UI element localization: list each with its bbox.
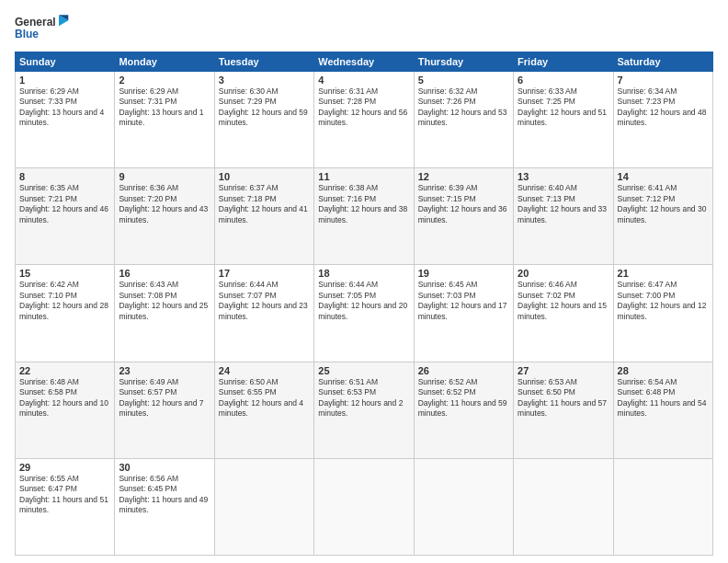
calendar-cell: [414, 458, 513, 555]
calendar-cell: 24Sunrise: 6:50 AMSunset: 6:55 PMDayligh…: [214, 362, 313, 458]
calendar-day-header: Thursday: [414, 52, 513, 72]
calendar-cell: 17Sunrise: 6:44 AMSunset: 7:07 PMDayligh…: [214, 265, 313, 362]
calendar-cell: 12Sunrise: 6:39 AMSunset: 7:15 PMDayligh…: [414, 168, 513, 265]
calendar-cell: 28Sunrise: 6:54 AMSunset: 6:48 PMDayligh…: [613, 362, 712, 458]
cell-content: Sunrise: 6:50 AMSunset: 6:55 PMDaylight:…: [219, 377, 310, 419]
calendar-cell: 10Sunrise: 6:37 AMSunset: 7:18 PMDayligh…: [214, 168, 313, 265]
calendar-cell: 29Sunrise: 6:55 AMSunset: 6:47 PMDayligh…: [16, 458, 115, 555]
day-number: 9: [119, 171, 210, 182]
calendar-cell: 19Sunrise: 6:45 AMSunset: 7:03 PMDayligh…: [414, 265, 513, 362]
cell-content: Sunrise: 6:31 AMSunset: 7:28 PMDaylight:…: [318, 86, 409, 129]
calendar-week-row: 1Sunrise: 6:29 AMSunset: 7:33 PMDaylight…: [16, 72, 713, 168]
day-number: 22: [19, 365, 110, 376]
calendar-cell: 8Sunrise: 6:35 AMSunset: 7:21 PMDaylight…: [16, 168, 115, 265]
day-number: 15: [19, 268, 110, 279]
day-number: 24: [219, 365, 310, 376]
cell-content: Sunrise: 6:55 AMSunset: 6:47 PMDaylight:…: [19, 474, 110, 516]
cell-content: Sunrise: 6:43 AMSunset: 7:08 PMDaylight:…: [119, 280, 210, 322]
day-number: 8: [19, 171, 110, 182]
day-number: 28: [618, 365, 709, 376]
calendar-cell: [214, 458, 313, 555]
calendar-day-header: Tuesday: [214, 52, 313, 72]
calendar-cell: 7Sunrise: 6:34 AMSunset: 7:23 PMDaylight…: [613, 72, 712, 168]
logo: General Blue: [15, 11, 70, 44]
cell-content: Sunrise: 6:53 AMSunset: 6:50 PMDaylight:…: [518, 377, 609, 419]
calendar-cell: [514, 458, 613, 555]
cell-content: Sunrise: 6:39 AMSunset: 7:15 PMDaylight:…: [418, 183, 509, 225]
day-number: 6: [518, 75, 609, 86]
cell-content: Sunrise: 6:46 AMSunset: 7:02 PMDaylight:…: [518, 280, 609, 322]
day-number: 7: [618, 75, 709, 86]
day-number: 23: [119, 365, 210, 376]
cell-content: Sunrise: 6:44 AMSunset: 7:07 PMDaylight:…: [219, 280, 310, 322]
day-number: 2: [119, 75, 210, 86]
header: General Blue: [15, 11, 713, 44]
calendar-cell: 13Sunrise: 6:40 AMSunset: 7:13 PMDayligh…: [514, 168, 613, 265]
day-number: 13: [518, 171, 609, 182]
svg-text:General: General: [15, 16, 56, 29]
cell-content: Sunrise: 6:36 AMSunset: 7:20 PMDaylight:…: [119, 183, 210, 225]
day-number: 30: [119, 462, 210, 473]
day-number: 5: [418, 75, 509, 86]
cell-content: Sunrise: 6:35 AMSunset: 7:21 PMDaylight:…: [19, 183, 110, 225]
cell-content: Sunrise: 6:51 AMSunset: 6:53 PMDaylight:…: [318, 377, 409, 419]
calendar-day-header: Monday: [115, 52, 214, 72]
cell-content: Sunrise: 6:30 AMSunset: 7:29 PMDaylight:…: [219, 86, 310, 129]
calendar-cell: [314, 458, 414, 555]
day-number: 21: [618, 268, 709, 279]
calendar-cell: 20Sunrise: 6:46 AMSunset: 7:02 PMDayligh…: [514, 265, 613, 362]
cell-content: Sunrise: 6:48 AMSunset: 6:58 PMDaylight:…: [19, 377, 110, 419]
day-number: 14: [618, 171, 709, 182]
calendar-cell: 6Sunrise: 6:33 AMSunset: 7:25 PMDaylight…: [514, 72, 613, 168]
day-number: 1: [19, 75, 110, 86]
calendar-header-row: SundayMondayTuesdayWednesdayThursdayFrid…: [16, 52, 713, 72]
calendar-cell: 18Sunrise: 6:44 AMSunset: 7:05 PMDayligh…: [314, 265, 414, 362]
day-number: 26: [418, 365, 509, 376]
day-number: 27: [518, 365, 609, 376]
day-number: 4: [318, 75, 409, 86]
calendar-cell: 1Sunrise: 6:29 AMSunset: 7:33 PMDaylight…: [16, 72, 115, 168]
cell-content: Sunrise: 6:29 AMSunset: 7:31 PMDaylight:…: [119, 86, 210, 129]
cell-content: Sunrise: 6:33 AMSunset: 7:25 PMDaylight:…: [518, 86, 609, 129]
calendar-cell: 15Sunrise: 6:42 AMSunset: 7:10 PMDayligh…: [16, 265, 115, 362]
cell-content: Sunrise: 6:47 AMSunset: 7:00 PMDaylight:…: [618, 280, 709, 322]
cell-content: Sunrise: 6:32 AMSunset: 7:26 PMDaylight:…: [418, 86, 509, 129]
day-number: 12: [418, 171, 509, 182]
calendar-week-row: 29Sunrise: 6:55 AMSunset: 6:47 PMDayligh…: [16, 458, 713, 555]
day-number: 20: [518, 268, 609, 279]
calendar-cell: 3Sunrise: 6:30 AMSunset: 7:29 PMDaylight…: [214, 72, 313, 168]
day-number: 25: [318, 365, 409, 376]
cell-content: Sunrise: 6:56 AMSunset: 6:45 PMDaylight:…: [119, 474, 210, 516]
day-number: 10: [219, 171, 310, 182]
calendar-cell: [613, 458, 712, 555]
calendar-day-header: Saturday: [613, 52, 712, 72]
cell-content: Sunrise: 6:42 AMSunset: 7:10 PMDaylight:…: [19, 280, 110, 322]
cell-content: Sunrise: 6:37 AMSunset: 7:18 PMDaylight:…: [219, 183, 310, 225]
day-number: 17: [219, 268, 310, 279]
calendar-cell: 27Sunrise: 6:53 AMSunset: 6:50 PMDayligh…: [514, 362, 613, 458]
svg-text:Blue: Blue: [15, 28, 39, 40]
calendar-cell: 22Sunrise: 6:48 AMSunset: 6:58 PMDayligh…: [16, 362, 115, 458]
calendar-cell: 16Sunrise: 6:43 AMSunset: 7:08 PMDayligh…: [115, 265, 214, 362]
calendar-cell: 9Sunrise: 6:36 AMSunset: 7:20 PMDaylight…: [115, 168, 214, 265]
cell-content: Sunrise: 6:38 AMSunset: 7:16 PMDaylight:…: [318, 183, 409, 225]
cell-content: Sunrise: 6:44 AMSunset: 7:05 PMDaylight:…: [318, 280, 409, 322]
calendar-table: SundayMondayTuesdayWednesdayThursdayFrid…: [15, 52, 713, 556]
day-number: 16: [119, 268, 210, 279]
cell-content: Sunrise: 6:29 AMSunset: 7:33 PMDaylight:…: [19, 86, 110, 129]
day-number: 3: [219, 75, 310, 86]
calendar-cell: 2Sunrise: 6:29 AMSunset: 7:31 PMDaylight…: [115, 72, 214, 168]
logo-svg: General Blue: [15, 11, 70, 44]
day-number: 19: [418, 268, 509, 279]
cell-content: Sunrise: 6:40 AMSunset: 7:13 PMDaylight:…: [518, 183, 609, 225]
cell-content: Sunrise: 6:45 AMSunset: 7:03 PMDaylight:…: [418, 280, 509, 322]
calendar-cell: 25Sunrise: 6:51 AMSunset: 6:53 PMDayligh…: [314, 362, 414, 458]
day-number: 29: [19, 462, 110, 473]
cell-content: Sunrise: 6:34 AMSunset: 7:23 PMDaylight:…: [618, 86, 709, 129]
calendar-week-row: 15Sunrise: 6:42 AMSunset: 7:10 PMDayligh…: [16, 265, 713, 362]
calendar-cell: 11Sunrise: 6:38 AMSunset: 7:16 PMDayligh…: [314, 168, 414, 265]
calendar-week-row: 8Sunrise: 6:35 AMSunset: 7:21 PMDaylight…: [16, 168, 713, 265]
calendar-day-header: Wednesday: [314, 52, 414, 72]
calendar-cell: 23Sunrise: 6:49 AMSunset: 6:57 PMDayligh…: [115, 362, 214, 458]
calendar-cell: 21Sunrise: 6:47 AMSunset: 7:00 PMDayligh…: [613, 265, 712, 362]
